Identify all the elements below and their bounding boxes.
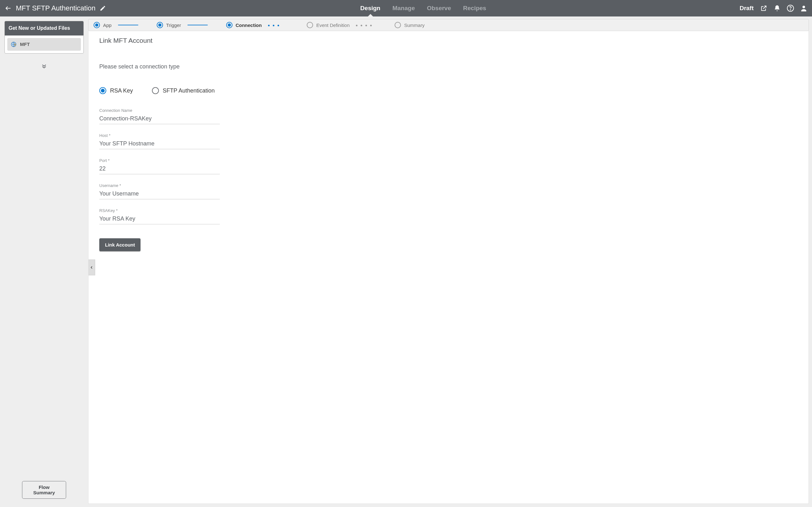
nav-observe[interactable]: Observe [426,0,452,16]
field-port: Port * [99,158,220,174]
step-app[interactable]: App [94,22,112,28]
label-port: Port * [99,158,220,163]
field-username: Username * [99,183,220,199]
content: Link MFT Account Please select a connect… [88,31,809,504]
field-connection-name: Connection Name [99,108,220,124]
step-summary[interactable]: Summary [395,22,424,28]
bell-icon[interactable] [773,4,781,12]
stepper: App Trigger Connection Event Definition [88,19,809,31]
input-port[interactable] [99,164,220,174]
input-connection-name[interactable] [99,114,220,124]
input-rsakey[interactable] [99,214,220,224]
link-account-button[interactable]: Link Account [99,238,141,251]
nav-manage[interactable]: Manage [392,0,415,16]
label-rsakey: RSAKey * [99,208,220,213]
flow-card-title: Get New or Updated Files [5,21,84,36]
svg-point-4 [803,6,805,8]
status-label: Draft [740,5,754,12]
edit-icon[interactable] [99,4,107,12]
app-chip-mft[interactable]: MFT [7,38,81,51]
label-host: Host * [99,133,220,138]
content-lead: Please select a connection type [99,63,798,70]
sidebar: Get New or Updated Files MFT Flow Summar… [0,16,88,507]
back-icon[interactable] [4,4,12,12]
field-rsakey: RSAKey * [99,208,220,224]
step-connector [118,25,138,26]
step-connector-dots [268,25,288,26]
input-username[interactable] [99,189,220,199]
step-trigger[interactable]: Trigger [157,22,181,28]
top-nav: Design Manage Observe Recipes [107,0,740,16]
main: App Trigger Connection Event Definition [88,16,812,507]
step-connector-dots [356,25,376,26]
flow-card: Get New or Updated Files MFT [4,21,84,54]
nav-design[interactable]: Design [360,0,381,16]
top-bar: MFT SFTP Authentication Design Manage Ob… [0,0,812,16]
topbar-icons [760,4,808,12]
svg-line-1 [763,6,766,9]
page-title: MFT SFTP Authentication [16,4,96,12]
nav-recipes[interactable]: Recipes [462,0,487,16]
label-username: Username * [99,183,220,188]
connection-type-radios: RSA Key SFTP Authentication [99,87,798,94]
input-host[interactable] [99,139,220,149]
content-title: Link MFT Account [99,37,798,44]
user-icon[interactable] [800,4,808,12]
flow-summary-button[interactable]: Flow Summary [22,481,66,499]
help-icon[interactable] [786,4,794,12]
app-chip-label: MFT [20,42,30,47]
svg-point-3 [790,9,791,10]
field-host: Host * [99,133,220,149]
step-event-definition[interactable]: Event Definition [307,22,350,28]
expand-icon[interactable] [4,62,84,69]
radio-sftp-auth[interactable]: SFTP Authentication [152,87,215,94]
step-connection[interactable]: Connection [226,22,262,28]
label-connection-name: Connection Name [99,108,220,113]
mft-app-icon [10,41,17,48]
collapse-sidebar-icon[interactable] [88,260,95,275]
external-link-icon[interactable] [760,4,768,12]
radio-rsa-key[interactable]: RSA Key [99,87,133,94]
step-connector [188,25,208,26]
